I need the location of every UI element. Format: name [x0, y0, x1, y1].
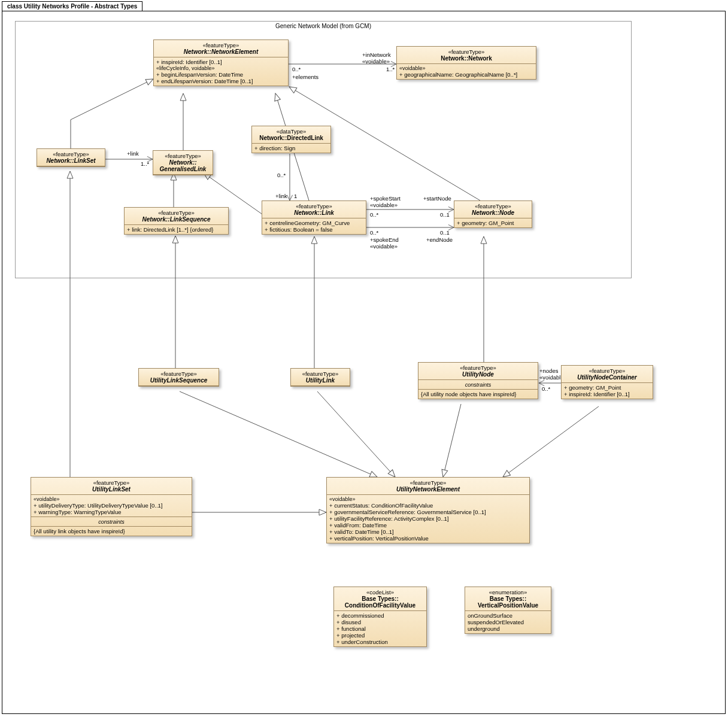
lbl-voidable-2: «voidable» — [370, 202, 398, 208]
class-utility-node-container: «featureType»UtilityNodeContainer + geom… — [561, 365, 653, 399]
lbl-startNode: +startNode — [423, 195, 451, 202]
lbl-m0s-3: 0..* — [370, 211, 378, 218]
lbl-inNetwork: +inNetwork — [362, 51, 391, 58]
class-utility-link-set: «featureType»UtilityLinkSet «voidable» +… — [31, 477, 192, 536]
class-linksequence: «featureType»Network::LinkSequence + lin… — [124, 207, 229, 235]
lbl-plink-2: +link — [275, 193, 287, 199]
lbl-voidable-1: «voidable» — [362, 58, 390, 65]
class-network: «featureType»Network::Network «voidable»… — [396, 46, 536, 80]
lbl-voidable-3: «voidable» — [370, 243, 398, 250]
lbl-m01-2: 0..1 — [440, 229, 450, 236]
lbl-m0s-1: 0..* — [292, 66, 301, 72]
class-utility-link-sequence: «featureType»UtilityLinkSequence — [138, 368, 219, 387]
class-node: «featureType»Network::Node + geometry: G… — [454, 200, 532, 228]
class-generalisedlink: «featureType»Network:: GeneralisedLink — [153, 150, 213, 175]
lbl-m0s-2: 0..* — [277, 172, 286, 178]
class-link: «featureType»Network::Link + centrelineG… — [262, 200, 366, 235]
lbl-spokeStart: +spokeStart — [370, 195, 401, 202]
lbl-m01-1: 0..1 — [440, 211, 450, 218]
lbl-spokeEnd: +spokeEnd — [370, 236, 399, 243]
class-linkset: «featureType»Network::LinkSet — [37, 148, 105, 167]
diagram-title: class Utility Networks Profile - Abstrac… — [7, 3, 137, 10]
class-utility-network-element: «featureType»UtilityNetworkElement «void… — [326, 477, 530, 543]
lbl-one: 1 — [294, 193, 297, 199]
class-utility-node: «featureType»UtilityNode constraints {Al… — [418, 362, 538, 399]
lbl-m0s-5: 0..* — [542, 385, 550, 392]
class-utility-link: «featureType»UtilityLink — [290, 368, 350, 387]
class-vertical-position: «enumeration»Base Types:: VerticalPositi… — [465, 587, 551, 634]
class-condition-of-facility: «codeList»Base Types:: ConditionOfFacili… — [333, 587, 427, 647]
lbl-m0s-4: 0..* — [370, 229, 378, 236]
package-title: Generic Network Model (from GCM) — [16, 22, 631, 31]
diagram-title-tab: class Utility Networks Profile - Abstrac… — [2, 1, 142, 11]
diagram-canvas: class Utility Networks Profile - Abstrac… — [0, 0, 728, 717]
class-network-element: «featureType»Network::NetworkElement + i… — [153, 40, 289, 86]
lbl-plink-1: +link — [127, 150, 139, 157]
lbl-m1s-2: 1..* — [141, 160, 149, 167]
lbl-m1s-1: 1..* — [386, 66, 395, 72]
lbl-endNode: +endNode — [426, 236, 453, 243]
class-directedlink: «dataType»Network::DirectedLink + direct… — [251, 126, 331, 153]
lbl-nodes: +nodes — [539, 367, 558, 374]
lbl-elements: +elements — [292, 74, 318, 80]
